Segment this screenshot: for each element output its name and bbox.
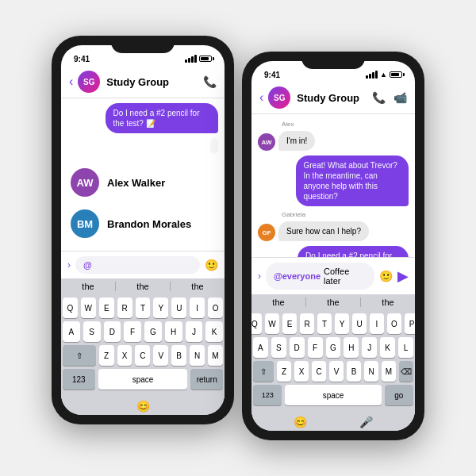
key-r[interactable]: R [117,298,132,318]
k2-j[interactable]: J [362,337,377,358]
k2-g[interactable]: G [326,337,341,358]
k2-u[interactable]: U [352,313,367,334]
key-f[interactable]: F [124,321,141,342]
key-b[interactable]: B [171,345,186,366]
avatar-alex-chat: AW [258,133,275,151]
send-button-2[interactable]: ▶ [397,267,409,285]
key-j[interactable]: J [186,321,203,342]
k2-shift[interactable]: ⇧ [253,361,274,382]
suggestion-2-3[interactable]: the [361,298,415,307]
keyboard-1: Q W E R T Y U I O A S D F G H J [61,294,225,397]
key-d[interactable]: D [104,321,121,342]
k2-n[interactable]: N [364,361,378,382]
k2-r[interactable]: R [300,313,314,334]
key-c[interactable]: C [135,345,150,366]
emoji-button-1[interactable]: 🙂 [205,259,218,271]
header-title-2: Study Group [297,92,369,104]
emoji-icon-2[interactable]: 😊 [294,416,307,428]
sender-label-alex: Alex [282,121,409,128]
notch-2 [301,52,365,69]
k2-go[interactable]: go [385,385,413,405]
k2-s[interactable]: S [271,337,286,358]
phone-icon-2[interactable]: 📞 [372,91,386,104]
suggestions-bar-2: the the the [251,294,415,310]
k2-l[interactable]: L [398,337,413,358]
k2-i[interactable]: I [370,313,384,334]
back-button-2[interactable]: ‹ [259,90,263,105]
back-button-1[interactable]: ‹ [69,75,73,89]
k2-q[interactable]: Q [251,313,262,334]
suggestion-3[interactable]: the [171,282,225,291]
key-return[interactable]: return [190,369,223,390]
input-field-1[interactable]: @ [75,256,200,274]
k2-b[interactable]: B [347,361,361,382]
phone-icon-1[interactable]: 📞 [203,75,217,88]
suggestions-bar-1: the the the [61,278,225,294]
k2-m[interactable]: M [382,361,396,382]
k2-t[interactable]: T [317,313,332,334]
key-g[interactable]: G [144,321,162,342]
k2-z[interactable]: Z [277,361,291,382]
key-y[interactable]: Y [153,298,168,318]
video-icon-2[interactable]: 📹 [393,91,407,104]
k2-123[interactable]: 123 [253,385,282,405]
key-m[interactable]: M [208,345,223,366]
key-s[interactable]: S [83,321,101,342]
suggestion-1[interactable]: the [61,282,116,291]
k2-e[interactable]: E [282,313,297,334]
k2-delete[interactable]: ⌫ [399,361,413,382]
k2-d[interactable]: D [290,337,305,358]
key-k[interactable]: K [205,321,223,342]
sent-bubble-top: Do I need a #2 pencil for the test? 📝 [67,103,218,133]
key-z[interactable]: Z [99,345,114,366]
key-a[interactable]: A [63,321,80,342]
emoji-icon-1[interactable]: 😊 [136,400,150,413]
key-x[interactable]: X [117,345,132,366]
top-bubble-area-1: Do I need a #2 pencil for the test? 📝 [61,98,225,157]
key-n[interactable]: N [190,345,205,366]
k2-p[interactable]: P [405,313,415,334]
chevron-icon-2[interactable]: › [258,271,261,282]
k2-f[interactable]: F [308,337,323,358]
k2-v[interactable]: V [329,361,344,382]
key-i[interactable]: I [190,298,205,318]
k2-c[interactable]: C [312,361,326,382]
suggestion-2-2[interactable]: the [306,298,361,307]
suggestion-2[interactable]: the [116,282,171,291]
mention-item-brandon[interactable]: BM Brandon Morales [61,203,225,244]
emoji-button-2[interactable]: 🙂 [379,270,393,282]
battery-2 [390,71,402,78]
suggestion-2-1[interactable]: the [251,298,306,307]
wifi-icon-2: ▲ [380,71,387,79]
key-v[interactable]: V [153,345,168,366]
status-time-1: 9:41 [74,55,90,63]
kb-row-4: 123 space return [63,369,223,390]
key-t[interactable]: T [136,298,151,318]
mic-icon-2[interactable]: 🎤 [359,416,373,428]
key-o[interactable]: O [208,298,223,318]
header-icons-1: 📞 [203,75,217,88]
key-h[interactable]: H [165,321,182,342]
chevron-icon-1[interactable]: › [67,259,71,271]
mention-item-gabriela[interactable]: GF Gabriela Fernández [61,244,225,251]
k2-x[interactable]: X [294,361,309,382]
key-u[interactable]: U [171,298,186,318]
key-space[interactable]: space [98,369,188,390]
k2-w[interactable]: W [265,313,279,334]
k2-y[interactable]: Y [335,313,349,334]
k2-k[interactable]: K [380,337,395,358]
avatar-brandon: BM [71,209,99,238]
key-123[interactable]: 123 [63,369,95,390]
notch-1 [111,36,175,53]
key-e[interactable]: E [99,298,114,318]
k2-o[interactable]: O [387,313,401,334]
k2-space[interactable]: space [285,385,381,405]
k2-h[interactable]: H [344,337,359,358]
key-w[interactable]: W [81,298,96,318]
mention-item-alex[interactable]: AW Alex Walker [61,162,225,203]
key-shift[interactable]: ⇧ [63,345,96,366]
k2-a[interactable]: A [253,337,268,358]
bottom-bar-1: 😊 [61,397,225,415]
input-field-2[interactable]: @everyone Coffee later [266,263,374,290]
key-q[interactable]: Q [63,298,78,318]
